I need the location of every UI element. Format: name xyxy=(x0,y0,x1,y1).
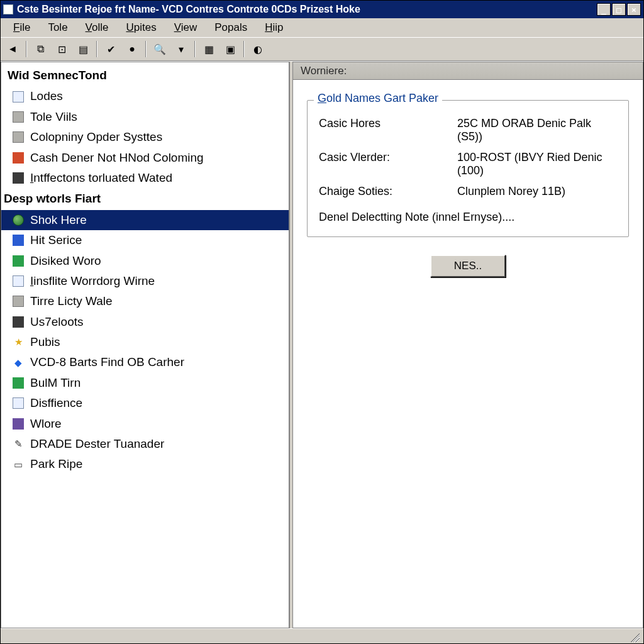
tree-item[interactable]: Tirre Licty Wale xyxy=(1,291,289,311)
tree-item[interactable]: Hit Serice xyxy=(1,230,289,250)
down-icon[interactable]: ▾ xyxy=(172,40,191,58)
toolbar-separator xyxy=(96,41,97,57)
tag-icon[interactable]: ✔ xyxy=(101,40,120,58)
window-title: Cste Besinter Rejoe frt Name- VCD Contre… xyxy=(17,4,597,15)
tree-item-label: Colopniny Opder Systtes xyxy=(30,128,162,147)
tree-item[interactable]: Shok Here xyxy=(1,210,289,230)
status-bar xyxy=(1,628,643,643)
back-icon[interactable]: ◄ xyxy=(3,40,22,58)
tree-item-label: Cash Dener Not HNod Coloming xyxy=(30,148,204,167)
field-label: Casic Vlerder: xyxy=(319,151,457,164)
tag2-icon[interactable]: ● xyxy=(123,40,142,58)
tree-item[interactable]: Intffectons torluated Wated xyxy=(1,168,289,188)
shield-icon[interactable]: ◐ xyxy=(248,40,267,58)
disk-icon xyxy=(13,255,24,267)
tree-item-label: Disiked Woro xyxy=(30,252,101,270)
app-window: Cste Besinter Rejoe frt Name- VCD Contre… xyxy=(0,0,644,644)
menu-bar: FileToleVolleUpitesViewPopalsHiip xyxy=(1,18,643,37)
tree-item[interactable]: Disffience xyxy=(1,393,289,413)
field-value: 100-ROST (IBVY Ried Denic (100) xyxy=(457,151,617,177)
doc-icon xyxy=(13,91,24,103)
menu-view[interactable]: View xyxy=(165,20,206,35)
tree-item[interactable]: BulM Tirn xyxy=(1,373,289,393)
toolbar: ◄⧉⊡▤✔●🔍▾▦▣◐ xyxy=(1,37,643,61)
panel-header: Worniere: xyxy=(293,62,643,80)
tree-item-label: Us7eloots xyxy=(30,313,84,331)
tree-item[interactable]: VCD-8 Barts Find OB Carher xyxy=(1,352,289,372)
form-icon[interactable]: ▤ xyxy=(74,40,92,58)
field-value: 25C MD ORAB Denic Palk (S5)) xyxy=(457,117,617,143)
button-wrap: NES.. xyxy=(307,255,629,277)
time-icon xyxy=(13,296,24,307)
globe-icon xyxy=(13,214,24,226)
field-row: Casic Vlerder:100-ROST (IBVY Ried Denic … xyxy=(319,147,617,181)
close-button[interactable]: × xyxy=(627,3,641,16)
panel-body: Gold Names Gart Paker Casic Hores25C MD … xyxy=(293,80,643,628)
titlebar: Cste Besinter Rejoe frt Name- VCD Contre… xyxy=(1,1,643,18)
tree-item-label: Park Ripe xyxy=(30,455,82,474)
minimize-button[interactable]: _ xyxy=(597,3,611,16)
tree-group-header: Desp wtorls Fiart xyxy=(1,188,289,209)
box-icon xyxy=(13,459,24,470)
tree-item[interactable]: Iinsflite Worrdorg Wirne xyxy=(1,271,289,291)
menu-volle[interactable]: Volle xyxy=(77,20,118,35)
note-row: Denel Delectting Note (innel Ernyse).... xyxy=(319,202,617,224)
tree-group-header: Wid SemnecTond xyxy=(1,65,289,86)
nes-button[interactable]: NES.. xyxy=(430,255,506,277)
tree-item-label: VCD-8 Barts Find OB Carher xyxy=(30,353,184,372)
groupbox: Gold Names Gart Paker Casic Hores25C MD … xyxy=(307,100,629,237)
tree-item[interactable]: Disiked Woro xyxy=(1,251,289,271)
toolbar-separator xyxy=(243,41,245,57)
panel-header-text: Worniere: xyxy=(301,65,347,77)
field-row: Chaige Soties:Clunplem Norey 11B) xyxy=(319,181,617,202)
menu-popals[interactable]: Popals xyxy=(206,20,256,35)
right-pane: Worniere: Gold Names Gart Paker Casic Ho… xyxy=(292,62,643,628)
tree-item-label: Iinsflite Worrdorg Wirne xyxy=(30,272,155,291)
left-pane[interactable]: Wid SemnecTondLodesTole ViilsColopniny O… xyxy=(1,62,290,628)
main-split: Wid SemnecTondLodesTole ViilsColopniny O… xyxy=(1,61,643,628)
record-icon[interactable]: ⊡ xyxy=(52,40,71,58)
tree-item-label: Disffience xyxy=(30,394,82,413)
tree-item-label: Shok Here xyxy=(30,211,87,230)
tree-item-label: Pubis xyxy=(30,333,60,352)
menu-file[interactable]: File xyxy=(4,20,39,35)
tree-item[interactable]: Tole Viils xyxy=(1,107,289,127)
toolbar-separator xyxy=(26,41,27,57)
service-icon xyxy=(13,235,24,246)
tree-item[interactable]: Colopniny Opder Systtes xyxy=(1,127,289,147)
zoom-icon[interactable]: 🔍 xyxy=(150,40,169,58)
table-icon[interactable]: ▦ xyxy=(199,40,218,58)
disf-icon xyxy=(13,397,24,409)
tree-item[interactable]: Cash Dener Not HNod Coloming xyxy=(1,148,289,168)
field-value: Clunplem Norey 11B) xyxy=(457,185,617,198)
nodes-icon xyxy=(13,316,24,328)
menu-hiip[interactable]: Hiip xyxy=(256,20,292,35)
legend-text: old Names Gart Paker xyxy=(326,92,438,104)
menu-tole[interactable]: Tole xyxy=(39,20,76,35)
maximize-button[interactable]: □ xyxy=(612,3,626,16)
field-label: Chaige Soties: xyxy=(319,185,457,198)
tree-item[interactable]: DRADE Dester Tuanader xyxy=(1,434,289,454)
copy-icon[interactable]: ⧉ xyxy=(31,40,50,58)
cash-icon xyxy=(13,152,24,164)
chart-icon[interactable]: ▣ xyxy=(221,40,240,58)
tree-item[interactable]: Pubis xyxy=(1,332,289,352)
toolbar-separator xyxy=(194,41,196,57)
legend-accel: G xyxy=(318,92,326,104)
tree-item[interactable]: Lodes xyxy=(1,86,289,106)
resize-grip-icon[interactable] xyxy=(628,631,640,642)
tree-item[interactable]: Wlore xyxy=(1,414,289,434)
tree-item-label: BulM Tirn xyxy=(30,374,80,392)
tree-item[interactable]: Park Ripe xyxy=(1,454,289,474)
star-icon xyxy=(13,336,24,348)
tree-item[interactable]: Us7eloots xyxy=(1,312,289,332)
app-icon xyxy=(3,4,13,14)
note-text: Denel Delectting Note (innel Ernyse).... xyxy=(319,211,514,223)
vials-icon xyxy=(13,111,24,123)
menu-upites[interactable]: Upites xyxy=(117,20,165,35)
tree-item-label: Wlore xyxy=(30,414,62,433)
infect-icon xyxy=(13,172,24,184)
groupbox-legend: Gold Names Gart Paker xyxy=(314,92,442,105)
tree-view: Wid SemnecTondLodesTole ViilsColopniny O… xyxy=(1,62,289,477)
fields: Casic Hores25C MD ORAB Denic Palk (S5))C… xyxy=(319,113,617,202)
